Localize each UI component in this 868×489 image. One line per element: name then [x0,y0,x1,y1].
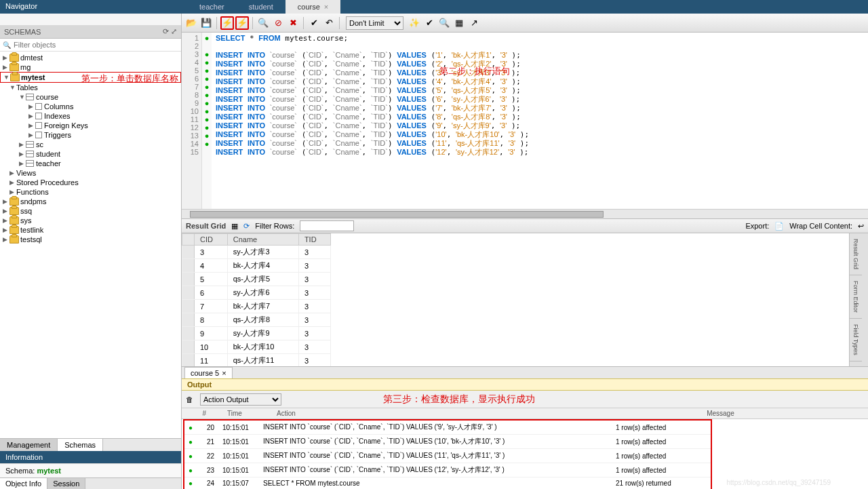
result-toolbar: Result Grid ▦ ⟳ Filter Rows: Export: 📄 W… [182,218,868,233]
search-icon [3,41,11,49]
nav-bottom-tabs: Management Schemas [0,438,181,451]
limit-select[interactable]: Don't Limit [346,16,403,30]
filter-rows-label: Filter Rows: [255,222,294,230]
tab-management[interactable]: Management [0,439,58,451]
table-student[interactable]: student [0,149,181,159]
save-icon[interactable]: 💾 [199,16,213,30]
schema-tree[interactable]: dmtest mg mytest Tables course Columns I… [0,52,181,438]
output-controls: 🗑 Action Output 第三步：检查数据库，显示执行成功 [182,391,868,408]
folder-fkeys[interactable]: Foreign Keys [0,121,181,130]
side-tab-result[interactable]: Result Grid [850,233,862,275]
folder-icon [35,132,42,138]
open-icon[interactable]: 📂 [184,16,198,30]
sql-toolbar: 📂 💾 ⚡ ⚡ 🔍 ⊘ ✖ ✔ ↶ Don't Limit ✨ ✔ 🔍 ▦ ↗ [182,14,868,33]
rollback-icon[interactable]: ↶ [322,16,336,30]
tab-teacher[interactable]: teacher [187,0,237,14]
explain-icon[interactable]: 🔍 [256,16,270,30]
find-icon[interactable]: ✔ [422,16,436,30]
folder-icon [35,113,42,119]
action-output-select[interactable]: Action Output [200,393,281,406]
folder-indexes[interactable]: Indexes [0,111,181,121]
database-icon [9,235,19,243]
commit-icon[interactable]: ✔ [307,16,321,30]
filter-input[interactable] [14,41,178,49]
wrap-label: Wrap Cell Content: [789,222,852,230]
annotation-step1: 第一步：单击数据库名称 [81,73,178,85]
grid-icon[interactable]: ▦ [231,222,238,231]
refresh-icon[interactable]: ⟳ ⤢ [163,27,177,36]
information-body: Schema: mytest [0,463,181,477]
wrap-icon[interactable]: ↩ [858,222,864,231]
db-testsql[interactable]: testsql [0,235,181,244]
db-mg[interactable]: mg [0,62,181,72]
folder-triggers[interactable]: Triggers [0,130,181,140]
schemas-header: SCHEMAS ⟳ ⤢ [0,25,181,39]
tab-student[interactable]: student [237,0,285,14]
database-icon [9,54,19,62]
close-icon[interactable]: × [324,3,328,11]
clear-icon[interactable]: 🗑 [186,395,193,404]
result-side-tabs: Result Grid Form Editor Field Types Quer… [849,233,868,366]
tab-schemas[interactable]: Schemas [58,439,103,451]
side-tab-query[interactable]: Query Stats [850,361,862,366]
table-icon [26,94,34,100]
beautify-icon[interactable]: ✨ [408,16,421,30]
editor-area: 📂 💾 ⚡ ⚡ 🔍 ⊘ ✖ ✔ ↶ Don't Limit ✨ ✔ 🔍 ▦ ↗ … [182,14,868,489]
watermark: https://blog.csdn.net/qq_39247159 [727,479,831,486]
export-label: Export: [745,222,769,230]
info-tabs: Object Info Session [0,477,181,489]
database-icon [9,197,19,206]
side-tab-form[interactable]: Form Editor [850,275,862,319]
refresh-icon[interactable]: ⟳ [243,222,250,231]
information-header: Information [0,451,181,463]
sql-editor[interactable]: 123456789101112131415 ●●●●●●●●●●●●● SELE… [182,33,868,209]
database-icon [9,226,19,234]
folder-sprocs[interactable]: Stored Procedures [0,178,181,187]
scroll-thumb[interactable] [190,211,604,218]
navigator-panel: SCHEMAS ⟳ ⤢ dmtest mg mytest Tables cour… [0,14,182,489]
toggle-icon[interactable]: ▦ [452,16,466,30]
export-icon[interactable]: ↗ [467,16,481,30]
db-ssq[interactable]: ssq [0,206,181,216]
db-testlink[interactable]: testlink [0,225,181,235]
db-sys[interactable]: sys [0,216,181,225]
folder-functions[interactable]: Functions [0,187,181,197]
execute-current-icon[interactable]: ⚡ [235,16,249,30]
database-icon [10,73,20,81]
db-dmtest[interactable]: dmtest [0,53,181,62]
sql-code[interactable]: SELECT * FROM mytest.course; INSERT INTO… [212,33,868,209]
output-header: Output [182,378,868,391]
table-icon [26,160,34,167]
result-grid-label: Result Grid [186,222,226,230]
stop2-icon[interactable]: ✖ [286,16,300,30]
folder-columns[interactable]: Columns [0,102,181,111]
annotation-step2: 第二步：执行语句 [439,65,510,77]
table-course[interactable]: course [0,92,181,102]
execute-icon[interactable]: ⚡ [220,16,234,30]
tab-course[interactable]: course× [285,0,340,14]
table-icon [26,141,34,148]
folder-views[interactable]: Views [0,168,181,178]
stop-icon[interactable]: ⊘ [271,16,285,30]
result-tabs: course 5× [182,366,868,378]
table-teacher[interactable]: teacher [0,159,181,168]
close-icon[interactable]: × [222,369,226,377]
filter-box [0,39,181,52]
export-icon[interactable]: 📄 [774,222,784,231]
editor-scrollbar[interactable] [182,209,868,218]
output-grid[interactable]: #TimeActionMessage ●2010:15:01INSERT INT… [182,408,868,489]
filter-rows-input[interactable] [300,220,354,231]
schema-label: Schema: [5,467,37,475]
tab-object-info[interactable]: Object Info [0,478,47,489]
tab-session[interactable]: Session [47,478,85,489]
table-sc[interactable]: sc [0,140,181,149]
database-icon [9,216,19,224]
result-tab-course5[interactable]: course 5× [184,367,233,378]
folder-icon [35,122,42,129]
search2-icon[interactable]: 🔍 [437,16,451,30]
line-gutter: 123456789101112131415 [182,33,202,209]
side-tab-field[interactable]: Field Types [850,319,862,361]
navigator-title: Navigator [0,0,182,12]
db-sndpms[interactable]: sndpms [0,197,181,206]
result-grid[interactable]: CIDCnameTID3sy-人才库334bk-人才库435qs-人才库536s… [182,233,868,366]
